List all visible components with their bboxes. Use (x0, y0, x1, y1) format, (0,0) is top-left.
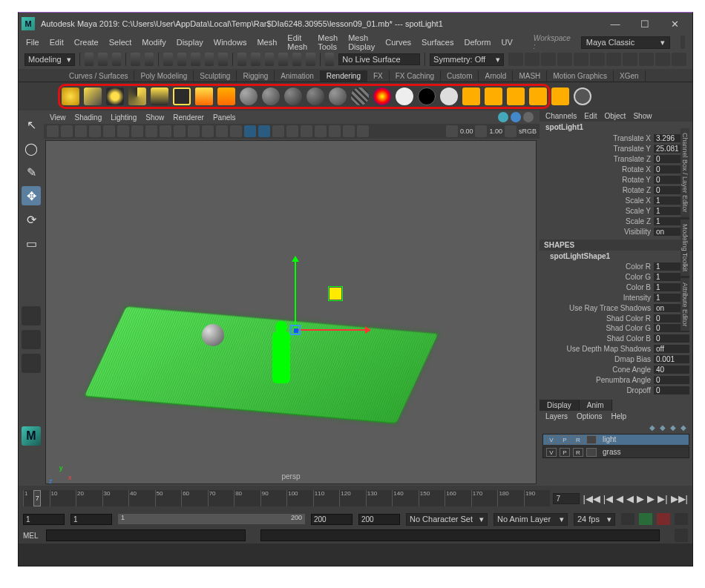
select-tool[interactable]: ↖ (22, 115, 41, 134)
snap-grid-icon[interactable] (237, 53, 247, 66)
character-set-dropdown[interactable]: No Character Set▾ (406, 513, 488, 526)
panel-icon[interactable] (174, 125, 186, 137)
step-forward-key-icon[interactable]: ▶| (658, 493, 667, 504)
rotate-tool[interactable]: ⟳ (22, 210, 41, 229)
panel-icon[interactable] (357, 125, 369, 137)
menu-display[interactable]: Display (177, 38, 203, 47)
shelf-tab-rendering[interactable]: Rendering (321, 70, 367, 82)
ch-tab-edit[interactable]: Edit (584, 112, 597, 120)
menu-surfaces[interactable]: Surfaces (422, 38, 453, 47)
panel-icon[interactable] (286, 125, 298, 137)
goto-start-icon[interactable]: |◀◀ (583, 493, 600, 504)
panel-icon[interactable] (75, 125, 87, 137)
panel-button-2[interactable] (511, 112, 521, 122)
status-icon-2[interactable] (525, 53, 540, 66)
panel-icon[interactable] (188, 125, 200, 137)
status-icon-7[interactable] (606, 53, 621, 66)
menu-mesh[interactable]: Mesh (257, 38, 277, 47)
new-scene-icon[interactable] (85, 53, 94, 66)
object-name[interactable]: spotLight1 (540, 122, 692, 133)
play-forward-icon[interactable]: ▶ (637, 493, 644, 504)
maximize-button[interactable]: ☐ (630, 13, 660, 35)
layer-down-icon[interactable]: ◆ (660, 423, 666, 432)
status-icon-11[interactable] (672, 53, 686, 66)
status-icon-4[interactable] (557, 53, 572, 66)
shelf-tab-fx[interactable]: FX (367, 70, 390, 82)
attr-value[interactable]: off (654, 345, 689, 353)
shelf-tab-mash[interactable]: MASH (513, 70, 547, 82)
redo-icon[interactable] (145, 53, 154, 66)
no-live-surface-dropdown[interactable]: No Live Surface (338, 53, 420, 65)
paint-select-tool[interactable]: ✎ (22, 162, 41, 182)
step-back-key-icon[interactable]: |◀ (603, 493, 613, 504)
menu-uv[interactable]: UV (502, 38, 513, 47)
render-settings-icon[interactable] (195, 87, 213, 105)
step-forward-icon[interactable]: ▶ (647, 493, 655, 504)
status-icon-6[interactable] (590, 53, 605, 66)
blinn-sphere-icon[interactable] (240, 87, 258, 105)
side-tab-attribute-editor[interactable]: Attribute Editor (681, 278, 689, 331)
range-end-outer[interactable]: 200 (358, 514, 400, 525)
lasso-tool[interactable]: ◯ (22, 139, 41, 158)
range-start-outer[interactable]: 1 (23, 514, 65, 525)
point-light-icon[interactable] (106, 87, 124, 105)
ipr-render-icon[interactable] (529, 87, 547, 105)
phonge-sphere-icon[interactable] (306, 87, 324, 105)
snap-surface-icon[interactable] (292, 53, 302, 66)
move-gizmo-y[interactable] (295, 257, 296, 331)
current-frame-field[interactable]: 7 (553, 493, 580, 504)
panel-menu-view[interactable]: View (50, 113, 66, 122)
surface-sphere-icon[interactable] (396, 87, 413, 105)
viewport-persp[interactable]: persp yxz (45, 140, 537, 484)
ch-tab-channels[interactable]: Channels (545, 112, 577, 120)
panel-icon[interactable] (47, 125, 59, 137)
shelf-tab-custom[interactable]: Custom (441, 70, 479, 82)
time-track[interactable]: 7 11020304050607080901001101201301401501… (23, 490, 550, 506)
panel-button-1[interactable] (498, 112, 508, 122)
panel-icon[interactable] (160, 125, 171, 137)
layer-row[interactable]: VPRgrass (542, 446, 689, 458)
save-scene-icon[interactable] (112, 53, 122, 66)
shape-name[interactable]: spotLightShape1 (540, 251, 692, 262)
panel-menu-shading[interactable]: Shading (75, 113, 102, 122)
move-gizmo-center[interactable] (290, 325, 301, 335)
panel-icon[interactable] (329, 125, 341, 137)
shelf-tab-motion[interactable]: Motion Graphics (547, 70, 614, 82)
menu-curves[interactable]: Curves (385, 38, 411, 47)
panel-icon[interactable] (343, 125, 355, 137)
play-back-icon[interactable]: ◀ (626, 493, 634, 504)
goto-end-icon[interactable]: ▶▶| (671, 493, 688, 504)
layer-add-icon[interactable]: ◆ (670, 423, 676, 432)
symmetry-dropdown[interactable]: Symmetry: Off▾ (430, 53, 504, 66)
panel-icon[interactable] (117, 125, 129, 137)
ambient-light-icon[interactable] (62, 87, 79, 105)
panel-icon[interactable] (244, 125, 256, 137)
select-mode-icon[interactable] (177, 53, 187, 66)
layer-row[interactable]: VPRlight (542, 434, 689, 446)
spotlight-object[interactable] (329, 288, 341, 300)
shelf-tab-animation[interactable]: Animation (275, 70, 320, 82)
move-gizmo-x[interactable] (296, 329, 370, 331)
ch-tab-show[interactable]: Show (633, 112, 652, 120)
menu-mesh-tools[interactable]: Mesh Tools (318, 33, 338, 51)
shelf-tab-rigging[interactable]: Rigging (237, 70, 275, 82)
area-light-icon[interactable] (151, 87, 168, 105)
shelf-tab-xgen[interactable]: XGen (614, 70, 646, 82)
side-tab-modeling-toolkit[interactable]: Modeling Toolkit (681, 219, 689, 276)
panel-icon[interactable] (272, 125, 284, 137)
lambert-sphere-icon[interactable] (262, 87, 280, 105)
layers-options[interactable]: Options (577, 412, 602, 420)
hypershade-icon[interactable] (574, 87, 591, 105)
magnet-icon[interactable] (325, 53, 335, 66)
anim-tab[interactable]: Anim (580, 400, 612, 411)
autokey-icon[interactable] (621, 513, 634, 525)
texture-icon-1[interactable] (462, 87, 480, 105)
move-tool[interactable]: ✥ (22, 186, 41, 205)
panel-menu-panels[interactable]: Panels (213, 113, 236, 122)
range-start-inner[interactable]: 1 (70, 514, 112, 525)
menu-edit-mesh[interactable]: Edit Mesh (287, 33, 307, 51)
snap-curve-icon[interactable] (251, 53, 260, 66)
menu-mesh-display[interactable]: Mesh Display (348, 33, 375, 51)
panel-icon[interactable] (475, 125, 487, 137)
panel-icon[interactable] (145, 125, 157, 137)
